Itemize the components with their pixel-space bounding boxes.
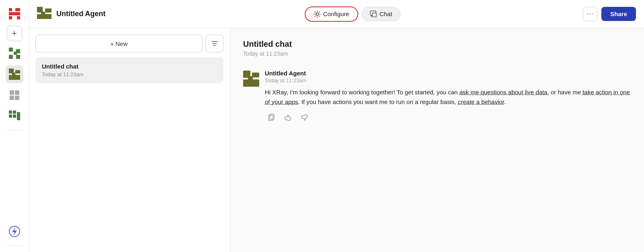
svg-rect-8	[14, 52, 17, 55]
chat-header-time: Today at 11:23am	[243, 50, 631, 57]
svg-rect-5	[9, 48, 13, 52]
avatar	[243, 71, 259, 87]
sidebar-item-home[interactable]	[6, 5, 23, 23]
svg-rect-2	[9, 12, 20, 15]
svg-rect-1	[15, 8, 20, 11]
svg-rect-28	[41, 12, 45, 15]
sidebar-bottom	[6, 223, 23, 247]
chat-panel: Untitled chat Today at 11:23am Untitled …	[230, 28, 644, 252]
thumbs-up-icon	[284, 114, 292, 122]
svg-rect-18	[9, 110, 12, 114]
chat-tab-label: Chat	[380, 10, 392, 17]
header: Untitled Agent Configure Chat ···	[29, 0, 644, 28]
logo-red-icon	[9, 8, 20, 19]
link-behavior[interactable]: create a behavior	[458, 98, 504, 105]
chat-item-title: Untitled chat	[42, 63, 217, 70]
svg-rect-20	[9, 115, 12, 118]
sidebar-item-integrations[interactable]	[6, 44, 23, 62]
copy-button[interactable]	[265, 112, 277, 124]
agent-avatar-icon	[243, 71, 259, 87]
sidebar-item-agent[interactable]	[6, 65, 23, 83]
link-live-data[interactable]: ask me questions about live data	[459, 89, 547, 96]
message-actions	[265, 112, 631, 124]
header-tabs: Configure Chat	[134, 6, 572, 22]
sidebar-bottom-divider	[6, 245, 23, 246]
new-chat-button[interactable]: + New	[35, 35, 202, 52]
svg-rect-25	[37, 7, 43, 12]
header-logo-area: Untitled Agent	[37, 7, 134, 21]
sidebar-item-blocks[interactable]	[6, 86, 23, 104]
main-container: Untitled Agent Configure Chat ···	[29, 0, 644, 252]
agent-olive-icon	[9, 69, 20, 80]
svg-rect-26	[45, 8, 52, 12]
lightning-icon	[9, 226, 20, 237]
svg-rect-3	[9, 16, 12, 19]
thumbs-up-button[interactable]	[282, 112, 294, 124]
svg-rect-21	[13, 115, 16, 118]
thumbs-down-icon	[301, 114, 309, 122]
filter-icon	[211, 40, 218, 47]
more-options-button[interactable]: ···	[583, 7, 597, 21]
svg-rect-17	[15, 96, 19, 100]
sidebar-item-lightning[interactable]	[6, 223, 23, 240]
configure-gear-icon	[314, 10, 321, 18]
svg-rect-40	[270, 114, 274, 119]
tab-chat[interactable]: Chat	[361, 7, 401, 21]
list-item[interactable]: Untitled chat Today at 11:23am	[35, 57, 223, 83]
svg-rect-31	[372, 13, 376, 17]
sidebar-item-steps[interactable]	[6, 107, 23, 125]
message-content: Untitled Agent Today at 11:23am Hi XRay,…	[265, 70, 631, 124]
svg-rect-11	[15, 70, 20, 73]
new-chat-label: + New	[110, 40, 128, 47]
chat-list-panel: + New Untitled chat Today at 11:23am	[29, 28, 230, 252]
steps-green-icon	[9, 110, 20, 122]
header-logo-icon	[37, 7, 52, 21]
svg-point-29	[316, 13, 318, 15]
message-sender: Untitled Agent	[265, 70, 631, 77]
link-apps[interactable]: take action in one of your apps	[265, 89, 630, 105]
sidebar-item-new[interactable]: +	[7, 26, 22, 41]
svg-rect-9	[16, 55, 20, 59]
svg-rect-13	[12, 73, 15, 76]
svg-rect-0	[9, 8, 12, 11]
chat-icon	[370, 10, 377, 18]
page-title: Untitled Agent	[56, 10, 105, 18]
svg-rect-4	[17, 16, 20, 19]
chat-item-time: Today at 11:23am	[42, 71, 217, 77]
svg-rect-15	[15, 90, 19, 95]
tab-configure[interactable]: Configure	[305, 6, 358, 22]
sidebar-divider	[6, 130, 23, 130]
svg-rect-22	[17, 112, 20, 120]
svg-rect-38	[248, 76, 253, 80]
svg-rect-16	[10, 96, 14, 100]
svg-rect-14	[10, 90, 14, 95]
share-button[interactable]: Share	[601, 7, 636, 21]
svg-marker-24	[12, 227, 17, 235]
svg-rect-19	[13, 110, 16, 114]
chat-title: Untitled chat	[243, 40, 631, 49]
message-time: Today at 11:23am	[265, 77, 631, 83]
copy-icon	[267, 114, 275, 122]
thumbs-down-button[interactable]	[299, 112, 311, 124]
message-row: Untitled Agent Today at 11:23am Hi XRay,…	[243, 70, 631, 124]
new-chat-row: + New	[35, 35, 223, 52]
plus-icon: +	[12, 28, 17, 39]
svg-rect-7	[9, 55, 13, 59]
filter-button[interactable]	[206, 35, 223, 52]
content-area: + New Untitled chat Today at 11:23am Unt…	[29, 28, 644, 252]
header-actions: ··· Share	[572, 7, 636, 21]
message-text: Hi XRay, I'm looking forward to working …	[265, 87, 631, 107]
svg-rect-39	[268, 115, 273, 121]
puzzle-green-icon	[9, 48, 20, 59]
svg-rect-37	[243, 79, 259, 87]
svg-rect-36	[252, 73, 259, 77]
blocks-gray-icon	[9, 90, 20, 101]
configure-tab-label: Configure	[323, 10, 349, 17]
sidebar: +	[0, 0, 29, 252]
